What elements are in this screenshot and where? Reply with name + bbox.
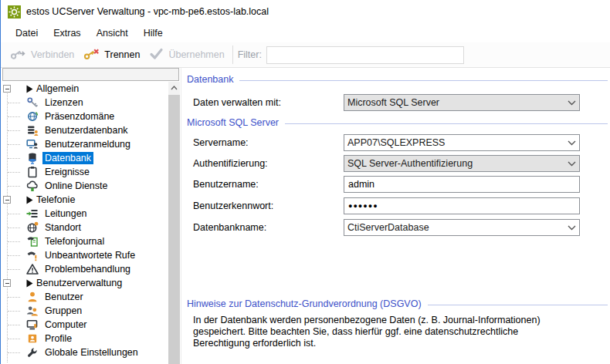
tree-item-label: Problembehandlung xyxy=(42,263,133,275)
tree-item-unbeantwortete-rufe[interactable]: Unbeantwortete Rufe xyxy=(1,248,168,262)
title-bar: estos UCServer Verwaltung - vpc-mb-pe6.e… xyxy=(1,0,610,23)
apply-check-icon xyxy=(149,48,164,62)
groups-icon xyxy=(26,305,39,317)
servername-combobox[interactable]: APP07\SQLEXPRESS xyxy=(344,134,580,151)
menu-item-ansicht[interactable]: Ansicht xyxy=(89,25,136,41)
tree-item-computer[interactable]: Computer xyxy=(1,318,168,332)
tree-item-ereignisse[interactable]: Ereignisse xyxy=(1,165,168,179)
tree-group-label: Telefonie xyxy=(36,194,75,205)
tree-connector xyxy=(8,158,20,159)
tree-collapse-box-icon[interactable] xyxy=(3,85,11,93)
username-label: Benutzername: xyxy=(193,176,340,193)
tree-item-label: Leitungen xyxy=(42,207,89,220)
user-database-icon xyxy=(26,124,39,136)
tree-connector xyxy=(8,241,20,242)
tree-item-datenbank[interactable]: Datenbank xyxy=(1,151,168,165)
navigation-panel: AllgemeinLizenzenPräsenzdomäneBenutzerda… xyxy=(1,68,181,364)
tree-item-benutzer[interactable]: Benutzer xyxy=(1,290,168,304)
license-key-icon xyxy=(26,96,39,109)
tree-item-label: Benutzeranmeldung xyxy=(42,138,133,150)
tree-connector xyxy=(8,103,20,103)
user-icon xyxy=(26,291,39,303)
tree-group-allgemein[interactable]: Allgemein xyxy=(1,82,168,96)
chevron-down-icon xyxy=(568,100,576,106)
tree-item-label: Standort xyxy=(42,221,83,234)
scrollbar-thumb[interactable] xyxy=(168,95,180,364)
estos-logo-gear-icon xyxy=(8,5,21,19)
tree-item-label: Online Dienste xyxy=(42,180,110,192)
dbname-value: CtiServerDatabase xyxy=(347,222,564,233)
privacy-notice-text: In der Datenbank werden personenbezogene… xyxy=(193,315,562,349)
tree-connector xyxy=(8,269,20,270)
username-input[interactable] xyxy=(344,176,580,193)
tree-scrollbar[interactable] xyxy=(168,82,180,364)
manage-with-select[interactable]: Microsoft SQL Server xyxy=(344,94,580,111)
section-title: Hinweise zur Datenschutz-Grundverordnung… xyxy=(187,298,422,309)
tree-collapse-box-icon[interactable] xyxy=(3,196,11,204)
password-input[interactable] xyxy=(344,197,580,214)
tree-group-label: Allgemein xyxy=(36,83,79,94)
menu-item-hilfe[interactable]: Hilfe xyxy=(136,25,171,41)
section-header-datenbank: Datenbank xyxy=(187,74,608,85)
scrollbar-up-button[interactable] xyxy=(168,82,180,94)
tree-item-online-dienste[interactable]: Online Dienste xyxy=(1,179,168,193)
tree-group-label: Benutzerverwaltung xyxy=(36,278,122,288)
user-login-icon xyxy=(26,138,39,150)
toolbar-separator xyxy=(232,46,233,64)
database-icon xyxy=(26,152,39,164)
chevron-down-icon xyxy=(568,225,576,231)
manage-with-label: Daten verwalten mit: xyxy=(193,94,340,111)
tree-item-label: Telefonjournal xyxy=(42,235,107,248)
tree-header-box xyxy=(2,68,179,81)
window-title: estos UCServer Verwaltung - vpc-mb-pe6.e… xyxy=(26,6,269,17)
menu-item-datei[interactable]: Datei xyxy=(8,25,46,41)
group-triangle-icon xyxy=(24,278,34,288)
menu-item-extras[interactable]: Extras xyxy=(46,25,88,41)
tree-item-standort[interactable]: Standort xyxy=(1,221,168,234)
tree-item-globale-einstellungen[interactable]: Globale Einstellungen xyxy=(1,345,168,359)
online-services-cloud-icon xyxy=(26,180,39,192)
trennen-button[interactable]: Trennen xyxy=(79,45,144,66)
tree-item-problembehandlung[interactable]: Problembehandlung xyxy=(1,262,168,276)
tree-connector xyxy=(8,144,20,145)
tree-item-benutzeranmeldung[interactable]: Benutzeranmeldung xyxy=(1,137,168,151)
tree-item-benutzerdatenbank[interactable]: Benutzerdatenbank xyxy=(1,123,168,137)
section-title: Datenbank xyxy=(187,74,233,85)
tree-connector xyxy=(8,116,20,117)
tree-item-gruppen[interactable]: Gruppen xyxy=(1,304,168,318)
tree-group-benutzerverwaltung[interactable]: Benutzerverwaltung xyxy=(1,276,168,290)
disconnect-key-icon xyxy=(83,48,100,62)
filter-label: Filter: xyxy=(238,49,262,60)
chevron-up-icon xyxy=(171,86,178,90)
trennen-label: Trennen xyxy=(104,49,140,60)
tree-connector xyxy=(8,311,20,312)
tree-item-label: Unbeantwortete Rufe xyxy=(42,249,137,261)
tree-connector xyxy=(8,255,20,256)
tree-item-label: Lizenzen xyxy=(42,96,86,109)
group-triangle-icon xyxy=(24,84,34,94)
tree-item-label: Benutzerdatenbank xyxy=(42,124,130,136)
tree-collapse-box-icon[interactable] xyxy=(3,279,11,287)
auth-select[interactable]: SQL Server-Authentifizierung xyxy=(344,155,580,172)
uebernehmen-button[interactable]: Übernehmen xyxy=(144,45,229,66)
tree-group-telefonie[interactable]: Telefonie xyxy=(1,193,168,207)
section-rule xyxy=(239,80,608,81)
filter-input[interactable] xyxy=(266,46,464,64)
tree-item-lizenzen[interactable]: Lizenzen xyxy=(1,96,168,110)
tree-item-leitungen[interactable]: Leitungen xyxy=(1,207,168,221)
app-window: estos UCServer Verwaltung - vpc-mb-pe6.e… xyxy=(0,0,610,364)
section-header-dsgvo: Hinweise zur Datenschutz-Grundverordnung… xyxy=(187,298,608,309)
section-rule xyxy=(428,305,608,305)
tree-item-label: Präsenzdomäne xyxy=(42,110,117,123)
menu-bar: DateiExtrasAnsichtHilfe xyxy=(1,23,610,42)
tree-connector xyxy=(8,130,20,131)
dbname-combobox[interactable]: CtiServerDatabase xyxy=(344,219,580,236)
tree-item-präsenzdomäne[interactable]: Präsenzdomäne xyxy=(1,110,168,123)
tree-item-profile[interactable]: Profile xyxy=(1,332,168,345)
events-clipboard-icon xyxy=(26,166,39,178)
tree-item-label: Benutzer xyxy=(42,291,86,303)
password-label: Benutzerkennwort: xyxy=(193,197,340,214)
verbinden-button[interactable]: Verbinden xyxy=(5,45,79,66)
tree-item-label: Computer xyxy=(42,318,89,331)
tree-item-telefonjournal[interactable]: Telefonjournal xyxy=(1,234,168,248)
